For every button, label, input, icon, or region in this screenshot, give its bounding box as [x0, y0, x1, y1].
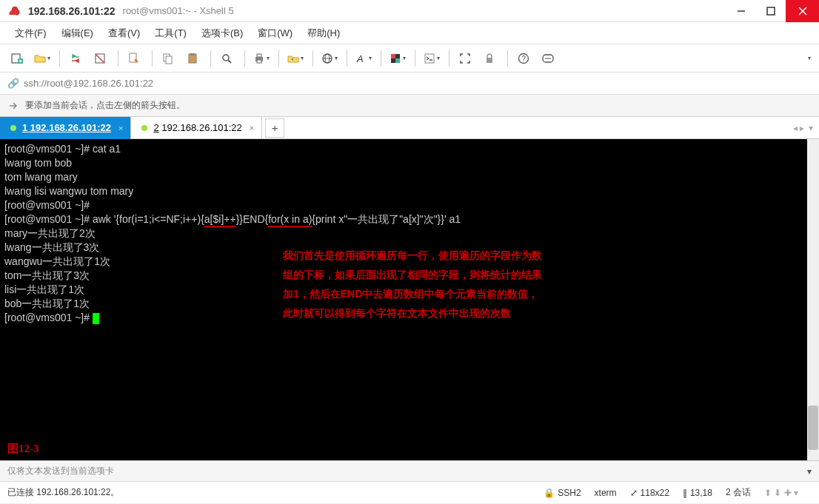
terminal[interactable]: [root@vms001 ~]# cat a1 lwang tom bob to… [0, 139, 819, 460]
add-tab-button[interactable]: + [265, 118, 284, 138]
menu-edit[interactable]: 编辑(E) [54, 24, 101, 43]
menu-view[interactable]: 查看(V) [101, 24, 147, 43]
tab-nav-buttons: ◂ ▸ ▾ [793, 123, 819, 133]
tab-status-dot-icon [141, 125, 147, 131]
open-session-icon[interactable]: ▾ [30, 49, 53, 68]
menu-tabs[interactable]: 选项卡(B) [194, 24, 250, 43]
svg-text:A: A [356, 53, 364, 64]
status-nav[interactable]: ⬆ ⬇ ✚ ▾ [764, 488, 798, 498]
tab-prev-icon[interactable]: ◂ ▸ [793, 123, 804, 133]
print-icon[interactable]: ▾ [250, 49, 272, 68]
toolbar-separator [415, 50, 415, 67]
copy-icon[interactable] [157, 49, 179, 68]
command: }}END{ [236, 213, 269, 225]
hint-arrow-icon[interactable] [7, 100, 19, 112]
svg-rect-1 [767, 7, 775, 15]
url-link-icon: 🔗 [7, 78, 19, 89]
terminal-output: lwang lisi wangwu tom mary [4, 184, 815, 198]
fullscreen-icon[interactable] [454, 49, 476, 68]
script-icon[interactable]: ▾ [420, 49, 442, 68]
url-text[interactable]: ssh://root@192.168.26.101:22 [24, 78, 153, 89]
annotation-line: 组的下标，如果后面出现了相同的字段，则将统计的结果 [283, 265, 542, 284]
lock-icon: 🔒 [544, 488, 555, 498]
tab-menu-icon[interactable]: ▾ [809, 123, 813, 133]
status-cursor-pos: ‖ 13,18 [683, 488, 712, 498]
svg-point-16 [223, 55, 229, 61]
prompt: [root@vms001 ~]# [4, 312, 93, 323]
menu-help[interactable]: 帮助(H) [300, 24, 347, 43]
terminal-output: lwang tom bob [4, 156, 815, 170]
svg-rect-20 [257, 60, 261, 63]
font-icon[interactable]: A▾ [352, 49, 374, 68]
help-icon[interactable]: ? [512, 49, 535, 68]
terminal-output: mary一共出现了2次 [4, 226, 815, 241]
tab-1[interactable]: 1 192.168.26.101:22 × [0, 117, 131, 139]
hint-text: 要添加当前会话，点击左侧的箭头按钮。 [25, 99, 185, 112]
status-size: ⤢ 118x22 [630, 488, 669, 498]
svg-rect-15 [190, 53, 195, 56]
figure-caption: 图12-3 [7, 442, 39, 456]
hint-bar: 要添加当前会话，点击左侧的箭头按钮。 [0, 95, 819, 117]
toolbar-separator [59, 50, 60, 67]
status-term-type: xterm [595, 488, 617, 498]
toolbar-separator [381, 50, 381, 67]
quick-command-icon[interactable] [537, 49, 559, 68]
app-icon [7, 4, 21, 18]
svg-rect-29 [487, 58, 492, 63]
toolbar: ▾ ▾ ▾ ▾ A▾ ▾ ▾ ? ▾ [0, 44, 819, 73]
terminal-output: tom lwang mary [4, 170, 815, 184]
status-connection: 已连接 192.168.26.101:22。 [7, 486, 119, 499]
status-bar: 已连接 192.168.26.101:22。 🔒SSH2 xterm ⤢ 118… [0, 481, 819, 503]
tab-bar: 1 192.168.26.101:22 × 2 192.168.26.101:2… [0, 117, 819, 139]
command: awk '{for(i=1;i<=NF;i++){ [93, 213, 204, 225]
svg-rect-13 [166, 56, 172, 64]
svg-line-17 [228, 60, 231, 63]
menu-tools[interactable]: 工具(T) [147, 24, 194, 43]
command: {print x"一共出现了"a[x]"次"}}' a1 [312, 213, 461, 225]
lock-icon[interactable] [478, 49, 501, 68]
svg-point-11 [135, 58, 137, 61]
annotation-text: 我们首先是使用循环遍历每一行，使用遍历的字段作为数 组的下标，如果后面出现了相同… [283, 246, 542, 323]
new-session-icon[interactable] [6, 49, 28, 68]
minimize-button[interactable] [726, 0, 756, 22]
toolbar-separator [347, 50, 347, 67]
color-scheme-icon[interactable]: ▾ [386, 49, 408, 68]
menu-bar: 文件(F) 编辑(E) 查看(V) 工具(T) 选项卡(B) 窗口(W) 帮助(… [0, 22, 819, 44]
svg-text:?: ? [522, 55, 526, 63]
prompt: [root@vms001 ~]# [4, 198, 815, 212]
tab-index: 2 [153, 122, 158, 133]
toolbar-separator [118, 50, 118, 67]
toolbar-overflow-icon[interactable]: ▾ [806, 55, 813, 61]
tab-close-icon[interactable]: × [118, 124, 123, 132]
paste-icon[interactable] [181, 49, 204, 68]
command: cat a1 [93, 143, 121, 155]
annotation-line: 此时就可以得到每个字符在文本文件中出现的次数 [283, 303, 542, 323]
tab-close-icon[interactable]: × [250, 124, 254, 132]
disconnect-icon[interactable] [89, 49, 111, 68]
command-highlight: for(x in a) [268, 213, 312, 227]
find-icon[interactable] [215, 49, 238, 68]
tab-2[interactable]: 2 192.168.26.101:22 × [131, 117, 262, 139]
command-highlight: a[$i]++ [204, 213, 236, 227]
close-button[interactable] [786, 0, 819, 22]
title-subtitle: root@vms001:~ - Xshell 5 [123, 5, 234, 16]
properties-icon[interactable] [123, 49, 145, 68]
svg-rect-19 [257, 54, 261, 57]
scrollbar-thumb[interactable] [808, 406, 818, 450]
status-session-count: 2 会话 [726, 486, 751, 499]
tab-label: 192.168.26.101:22 [30, 122, 111, 133]
menu-file[interactable]: 文件(F) [7, 24, 54, 43]
globe-icon[interactable]: ▾ [318, 49, 340, 68]
toolbar-separator [210, 50, 211, 67]
send-input-bar[interactable]: 仅将文本发送到当前选项卡 ▾ [0, 460, 819, 481]
maximize-button[interactable] [756, 0, 786, 22]
toolbar-separator [449, 50, 449, 67]
send-hint-text: 仅将文本发送到当前选项卡 [7, 465, 114, 477]
toolbar-separator [507, 50, 508, 67]
menu-window[interactable]: 窗口(W) [250, 24, 300, 43]
xftp-icon[interactable]: ▾ [284, 49, 306, 68]
address-bar: 🔗 ssh://root@192.168.26.101:22 [0, 73, 819, 95]
send-target-icon[interactable]: ▾ [807, 466, 812, 477]
reconnect-icon[interactable] [64, 49, 87, 68]
terminal-scrollbar[interactable] [807, 139, 819, 460]
